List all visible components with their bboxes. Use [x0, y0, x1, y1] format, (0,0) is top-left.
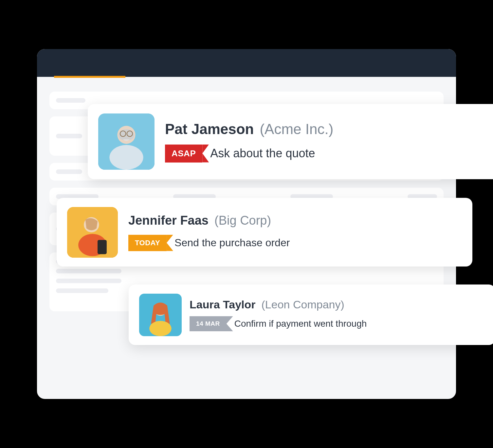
svg-point-4 — [109, 145, 143, 170]
person-icon — [139, 294, 182, 336]
task-card[interactable]: Pat Jameson (Acme Inc.) ASAP Ask about t… — [88, 104, 493, 179]
priority-tag-date: 14 MAR — [190, 316, 227, 331]
svg-point-13 — [149, 321, 172, 336]
person-icon — [98, 113, 155, 170]
action-text: Send the purchase order — [174, 237, 290, 249]
company-name: (Big Corp) — [214, 214, 271, 228]
action-text: Ask about the quote — [210, 146, 315, 160]
card-title: Jennifer Faas (Big Corp) — [128, 214, 462, 228]
person-name: Pat Jameson — [165, 121, 254, 137]
task-card[interactable]: Laura Taylor (Leon Company) 14 MAR Confi… — [129, 284, 493, 345]
person-name: Jennifer Faas — [128, 214, 209, 228]
app-window: Pat Jameson (Acme Inc.) ASAP Ask about t… — [37, 49, 456, 399]
avatar — [67, 207, 118, 258]
task-card[interactable]: Jennifer Faas (Big Corp) TODAY Send the … — [57, 198, 472, 267]
card-action: 14 MAR Confirm if payment went through — [190, 316, 485, 331]
company-name: (Acme Inc.) — [260, 121, 333, 137]
priority-tag-today: TODAY — [128, 235, 167, 251]
card-title: Laura Taylor (Leon Company) — [190, 298, 485, 311]
active-tab-indicator — [54, 76, 125, 78]
avatar — [98, 113, 155, 170]
avatar — [139, 294, 182, 336]
card-content: Laura Taylor (Leon Company) 14 MAR Confi… — [190, 298, 485, 331]
action-text: Confirm if payment went through — [234, 319, 367, 329]
person-name: Laura Taylor — [190, 298, 256, 311]
person-icon — [67, 207, 118, 258]
company-name: (Leon Company) — [262, 298, 344, 311]
priority-tag-asap: ASAP — [165, 145, 202, 163]
card-content: Pat Jameson (Acme Inc.) ASAP Ask about t… — [165, 121, 490, 163]
card-action: ASAP Ask about the quote — [165, 145, 490, 163]
card-action: TODAY Send the purchase order — [128, 235, 462, 251]
window-header — [37, 49, 456, 77]
card-title: Pat Jameson (Acme Inc.) — [165, 121, 490, 137]
card-content: Jennifer Faas (Big Corp) TODAY Send the … — [128, 214, 462, 251]
svg-rect-8 — [98, 240, 107, 254]
